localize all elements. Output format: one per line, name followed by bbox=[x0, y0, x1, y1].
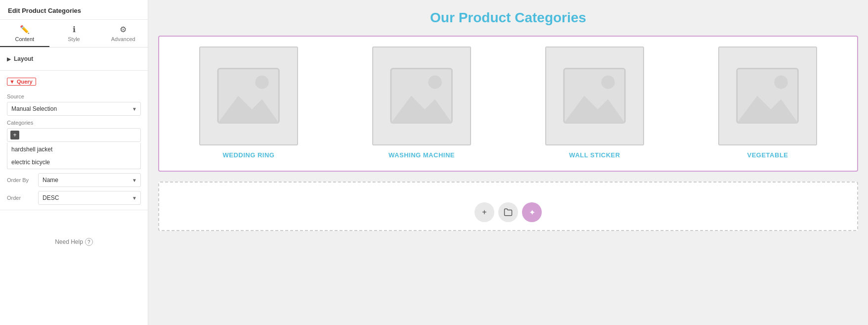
order-by-row: Order By Name Date ID ▼ bbox=[7, 173, 141, 187]
svg-point-1 bbox=[256, 76, 269, 89]
source-label: Source bbox=[7, 93, 141, 99]
query-arrow-icon: ▼ bbox=[9, 79, 15, 85]
order-by-label: Order By bbox=[7, 177, 34, 183]
tab-style-label: Style bbox=[68, 36, 80, 42]
order-by-select-wrapper: Name Date ID ▼ bbox=[38, 173, 141, 187]
categories-input-row: + bbox=[7, 128, 141, 142]
magic-button[interactable]: ✦ bbox=[522, 202, 542, 222]
svg-point-4 bbox=[429, 76, 442, 89]
categories-add-button[interactable]: + bbox=[10, 131, 19, 139]
tabs-container: ✏️ Content ℹ Style ⚙ Advanced bbox=[0, 20, 148, 47]
tab-advanced-label: Advanced bbox=[111, 36, 135, 42]
folder-button[interactable] bbox=[498, 202, 518, 222]
query-section-label: Query bbox=[17, 79, 33, 85]
source-select-wrapper: Manual Selection All Custom ▼ bbox=[7, 102, 141, 116]
category-image-vegetable bbox=[718, 46, 817, 145]
page-title: Our Product Categories bbox=[158, 10, 858, 26]
category-card-vegetable: VEGETABLE bbox=[686, 46, 849, 159]
category-name-vegetable: VEGETABLE bbox=[747, 151, 788, 159]
category-card-wall-sticker: WALL STICKER bbox=[513, 46, 676, 159]
layout-arrow-icon: ▶ bbox=[7, 56, 11, 62]
need-help[interactable]: Need Help ? bbox=[0, 230, 148, 254]
svg-point-10 bbox=[775, 76, 788, 89]
categories-search-input[interactable] bbox=[22, 132, 137, 139]
layout-section-label: Layout bbox=[14, 55, 33, 62]
categories-dropdown: hardshell jacket electric bicycle bbox=[7, 143, 141, 169]
category-card-wedding-ring: WEDDING RING bbox=[167, 46, 330, 159]
category-image-washing-machine bbox=[372, 46, 471, 145]
layout-section-header[interactable]: ▶ Layout bbox=[7, 52, 141, 65]
content-icon: ✏️ bbox=[20, 25, 30, 34]
svg-point-7 bbox=[602, 76, 615, 89]
sidebar-title: Edit Product Categories bbox=[8, 7, 140, 14]
category-item-electric[interactable]: electric bicycle bbox=[7, 156, 140, 169]
query-label-box: ▼ Query bbox=[7, 78, 36, 86]
bottom-drop-area: + ✦ bbox=[158, 182, 858, 231]
tab-advanced[interactable]: ⚙ Advanced bbox=[98, 20, 148, 47]
help-icon: ? bbox=[85, 238, 93, 246]
categories-grid: WEDDING RING WASHING MACHINE bbox=[167, 46, 849, 159]
query-section: ▼ Query Source Manual Selection All Cust… bbox=[0, 71, 148, 210]
layout-section: ▶ Layout bbox=[0, 47, 148, 71]
query-section-header[interactable]: ▼ Query bbox=[7, 76, 141, 90]
category-card-washing-machine: WASHING MACHINE bbox=[340, 46, 503, 159]
category-item-hardshell[interactable]: hardshell jacket bbox=[7, 143, 140, 156]
tab-content-label: Content bbox=[15, 36, 35, 42]
order-row: Order DESC ASC ▼ bbox=[7, 191, 141, 205]
category-name-wedding-ring: WEDDING RING bbox=[223, 151, 275, 159]
category-image-wedding-ring bbox=[199, 46, 298, 145]
need-help-label: Need Help bbox=[55, 238, 83, 245]
tab-content[interactable]: ✏️ Content bbox=[0, 20, 49, 47]
categories-label: Categories bbox=[7, 120, 141, 126]
sidebar: Edit Product Categories ✏️ Content ℹ Sty… bbox=[0, 0, 148, 325]
main-content: Our Product Categories WEDDING RING bbox=[148, 0, 868, 325]
tab-style[interactable]: ℹ Style bbox=[49, 20, 99, 47]
advanced-icon: ⚙ bbox=[120, 25, 127, 34]
sidebar-header: Edit Product Categories bbox=[0, 0, 148, 20]
add-element-button[interactable]: + bbox=[475, 202, 494, 222]
order-select-wrapper: DESC ASC ▼ bbox=[38, 191, 141, 205]
order-select[interactable]: DESC ASC bbox=[38, 191, 141, 205]
category-image-wall-sticker bbox=[545, 46, 644, 145]
bottom-toolbar: + ✦ bbox=[475, 202, 542, 222]
product-categories-container: WEDDING RING WASHING MACHINE bbox=[158, 36, 858, 172]
category-name-washing-machine: WASHING MACHINE bbox=[389, 151, 455, 159]
style-icon: ℹ bbox=[73, 25, 76, 34]
category-name-wall-sticker: WALL STICKER bbox=[569, 151, 620, 159]
order-label: Order bbox=[7, 195, 34, 201]
order-by-select[interactable]: Name Date ID bbox=[38, 173, 141, 187]
source-select[interactable]: Manual Selection All Custom bbox=[7, 102, 141, 116]
